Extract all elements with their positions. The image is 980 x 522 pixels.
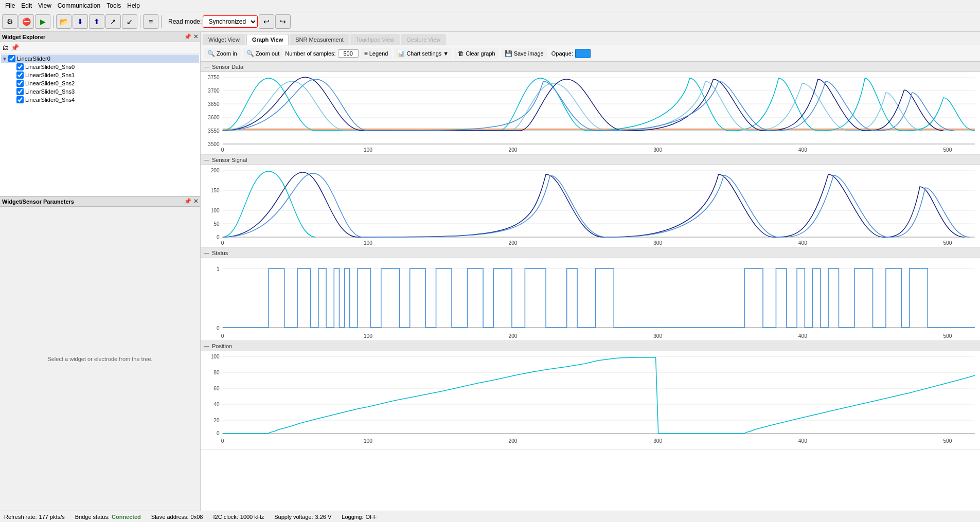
- widget-explorer-close[interactable]: ✕: [193, 33, 198, 40]
- svg-text:300: 300: [653, 438, 662, 444]
- widget-params-close[interactable]: ✕: [193, 198, 198, 205]
- position-chart: 100 80 60 40 20 0: [201, 351, 980, 449]
- sensor-data-body: 3750 3700 3650 3600 3550 3500: [201, 72, 980, 154]
- sensor-signal-collapse[interactable]: —: [204, 157, 209, 163]
- supply-voltage-value: 3.26 V: [315, 514, 331, 520]
- svg-text:100: 100: [211, 208, 220, 213]
- svg-text:0: 0: [217, 235, 220, 240]
- redo-button[interactable]: ↪: [275, 14, 291, 29]
- widget-explorer-title: Widget Explorer: [2, 34, 45, 40]
- share-button[interactable]: ↗: [105, 14, 121, 29]
- svg-text:3550: 3550: [208, 128, 220, 134]
- svg-text:300: 300: [653, 147, 662, 153]
- tree-item-sns1[interactable]: ▶ LinearSlider0_Sns1: [9, 71, 199, 79]
- i2c-clock-label: I2C clock:: [213, 514, 238, 520]
- tree-item-sns0[interactable]: ▶ LinearSlider0_Sns0: [9, 63, 199, 71]
- menu-tools[interactable]: Tools: [103, 1, 124, 10]
- zoom-in-button[interactable]: 🔍 Zoom in: [204, 48, 241, 59]
- menu-view[interactable]: View: [35, 1, 55, 10]
- stop-button[interactable]: ⛔: [19, 14, 34, 29]
- position-collapse[interactable]: —: [204, 343, 209, 349]
- widget-params-pin[interactable]: 📌: [184, 198, 191, 205]
- open-button[interactable]: 📂: [56, 14, 72, 29]
- play-button[interactable]: ▶: [35, 14, 50, 29]
- tree-check-sns4[interactable]: [16, 96, 24, 103]
- import-button[interactable]: ⬇: [73, 14, 88, 29]
- status-collapse[interactable]: —: [204, 250, 209, 256]
- tab-graph-view[interactable]: Graph View: [246, 34, 289, 45]
- tree-check-sns3[interactable]: [16, 88, 24, 95]
- zoom-out-button[interactable]: 🔍 Zoom out: [243, 48, 283, 59]
- settings-button[interactable]: ⚙: [2, 14, 17, 29]
- tree-item-linearslider0[interactable]: ▼ LinearSlider0: [1, 55, 199, 63]
- read-mode-select[interactable]: Synchronized: [203, 15, 258, 28]
- position-body: 100 80 60 40 20 0: [201, 351, 980, 449]
- widget-explorer-pin[interactable]: 📌: [184, 33, 191, 40]
- tabs-bar: Widget View Graph View SNR Measurement T…: [201, 32, 980, 45]
- bridge-status-value: Connected: [112, 514, 141, 520]
- sensor-data-section: — Sensor Data 3750 3700 3650 3600 3550 3…: [201, 62, 980, 155]
- undo-button[interactable]: ↩: [259, 14, 274, 29]
- save-image-label: Save image: [514, 50, 544, 57]
- tree-check-sns2[interactable]: [16, 80, 24, 87]
- svg-text:80: 80: [213, 370, 220, 375]
- position-section: — Position 100 80 60 40 20 0: [201, 341, 980, 449]
- menu-file[interactable]: File: [2, 1, 18, 10]
- sensor-data-title: Sensor Data: [212, 64, 243, 70]
- menu-communication[interactable]: Communication: [55, 1, 103, 10]
- clear-graph-button[interactable]: 🗑 Clear graph: [454, 48, 498, 59]
- tree-item-sns4[interactable]: ▶ LinearSlider0_Sns4: [9, 96, 199, 104]
- tree-toolbar-icon2[interactable]: 📌: [11, 44, 19, 51]
- tab-gesture-view[interactable]: Gesture View: [401, 34, 446, 45]
- opaque-bar[interactable]: [575, 49, 591, 58]
- bridge-status-item: Bridge status: Connected: [75, 514, 141, 520]
- tab-snr-measurement[interactable]: SNR Measurement: [290, 34, 349, 45]
- tree-item-sns2[interactable]: ▶ LinearSlider0_Sns2: [9, 79, 199, 87]
- main-toolbar: ⚙ ⛔ ▶ 📂 ⬇ ⬆ ↗ ↙ ≡ Read mode: Synchronize…: [0, 11, 980, 32]
- tree-toolbar-icon1[interactable]: 🗂: [2, 44, 9, 51]
- samples-input[interactable]: [338, 49, 359, 58]
- tree-label-sns3: LinearSlider0_Sns3: [25, 88, 75, 95]
- graph-toolbar: 🔍 Zoom in 🔍 Zoom out Number of samples: …: [201, 45, 980, 62]
- svg-text:0: 0: [221, 438, 224, 444]
- tree-children: ▶ LinearSlider0_Sns0 ▶ LinearSlider0_Sns…: [1, 63, 199, 104]
- i2c-clock-value: 1000 kHz: [240, 514, 264, 520]
- device-button[interactable]: ↙: [122, 14, 137, 29]
- svg-text:150: 150: [211, 188, 220, 193]
- svg-text:40: 40: [213, 402, 220, 407]
- tree-item-sns3[interactable]: ▶ LinearSlider0_Sns3: [9, 87, 199, 96]
- status-chart: 1 0 0 100 200 300 400 500: [201, 258, 980, 340]
- refresh-rate-item: Refresh rate: 177 pkts/s: [4, 514, 65, 520]
- bridge-status-label: Bridge status:: [75, 514, 110, 520]
- chart-settings-button[interactable]: 📊 Chart settings ▼: [394, 48, 452, 59]
- zoom-in-icon: 🔍: [207, 50, 215, 57]
- legend-button[interactable]: ≡ Legend: [361, 48, 392, 59]
- status-body: 1 0 0 100 200 300 400 500: [201, 258, 980, 340]
- svg-text:100: 100: [364, 240, 372, 246]
- list-button[interactable]: ≡: [143, 14, 158, 29]
- tree-check-sns1[interactable]: [16, 71, 24, 79]
- tab-touchpad-view[interactable]: Touchpad View: [350, 34, 400, 45]
- svg-text:100: 100: [364, 147, 372, 153]
- toolbar-separator-1: [53, 15, 54, 28]
- svg-text:100: 100: [364, 333, 372, 339]
- main-area: Widget Explorer 📌 ✕ 🗂 📌 ▼ LinearSlider0: [0, 32, 980, 511]
- save-image-button[interactable]: 💾 Save image: [501, 48, 547, 59]
- read-mode-label: Read mode:: [168, 18, 202, 25]
- svg-text:0: 0: [217, 430, 220, 436]
- menu-edit[interactable]: Edit: [18, 1, 35, 10]
- chart-settings-label: Chart settings: [406, 50, 441, 57]
- tree-check-sns0[interactable]: [16, 63, 24, 70]
- toolbar-separator-2: [140, 15, 140, 28]
- tree-check-root[interactable]: [8, 55, 15, 62]
- tab-widget-view[interactable]: Widget View: [203, 34, 245, 45]
- svg-text:3700: 3700: [208, 88, 220, 94]
- svg-text:0: 0: [221, 333, 224, 339]
- widget-explorer-controls: 📌 ✕: [184, 33, 198, 40]
- widget-explorer-header: Widget Explorer 📌 ✕: [0, 32, 200, 42]
- menu-help[interactable]: Help: [124, 1, 143, 10]
- position-header: — Position: [201, 341, 980, 351]
- legend-label: Legend: [369, 50, 388, 57]
- export-button[interactable]: ⬆: [89, 14, 104, 29]
- sensor-data-collapse[interactable]: —: [204, 64, 209, 69]
